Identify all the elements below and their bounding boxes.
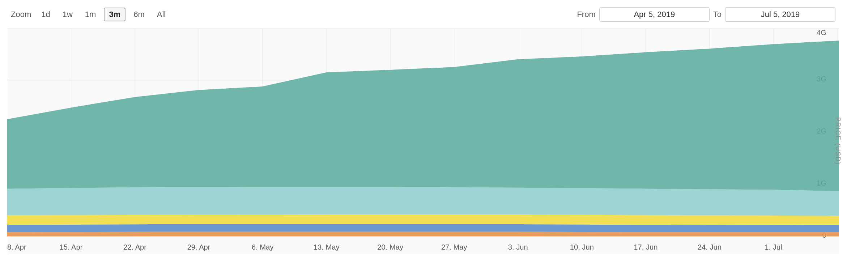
area-chart: 0 1G 2G 3G 4G 8. Apr 15. Apr: [7, 28, 839, 254]
svg-marker-26: [7, 215, 839, 225]
svg-text:20. May: 20. May: [377, 243, 403, 251]
zoom-3m-button[interactable]: 3m: [104, 8, 125, 21]
svg-text:22. Apr: 22. Apr: [123, 243, 146, 251]
from-label: From: [577, 10, 595, 19]
svg-text:8. Apr: 8. Apr: [7, 243, 26, 251]
svg-marker-27: [7, 187, 839, 216]
toolbar: Zoom 1d 1w 1m 3m 6m All From To: [7, 7, 839, 22]
svg-text:6. May: 6. May: [252, 243, 274, 251]
svg-marker-25: [7, 224, 839, 232]
svg-text:24. Jun: 24. Jun: [698, 243, 722, 251]
svg-text:17. Jun: 17. Jun: [634, 243, 658, 251]
zoom-1w-button[interactable]: 1w: [58, 8, 77, 21]
from-date-input[interactable]: [599, 7, 710, 22]
svg-text:13. May: 13. May: [314, 243, 340, 251]
zoom-1m-button[interactable]: 1m: [81, 8, 101, 21]
chart-container: Zoom 1d 1w 1m 3m 6m All From To: [0, 0, 868, 280]
svg-text:10. Jun: 10. Jun: [570, 243, 594, 251]
svg-text:4G: 4G: [817, 29, 826, 37]
date-range-section: From To: [577, 7, 835, 22]
zoom-label: Zoom: [11, 10, 31, 19]
chart-svg-wrapper: 0 1G 2G 3G 4G 8. Apr 15. Apr: [7, 28, 839, 254]
svg-marker-24: [7, 232, 839, 237]
svg-text:3. Jun: 3. Jun: [508, 243, 528, 251]
svg-text:29. Apr: 29. Apr: [187, 243, 210, 251]
svg-text:1. Jul: 1. Jul: [765, 243, 782, 251]
to-label: To: [713, 10, 722, 19]
svg-text:27. May: 27. May: [441, 243, 467, 251]
y-axis-label: PRICE (USD): [834, 117, 841, 165]
chart-area: 0 1G 2G 3G 4G 8. Apr 15. Apr: [7, 28, 839, 254]
zoom-section: Zoom 1d 1w 1m 3m 6m All: [11, 8, 170, 21]
svg-text:15. Apr: 15. Apr: [60, 243, 83, 251]
zoom-all-button[interactable]: All: [153, 8, 170, 21]
zoom-1d-button[interactable]: 1d: [37, 8, 54, 21]
zoom-6m-button[interactable]: 6m: [129, 8, 149, 21]
to-date-input[interactable]: [725, 7, 835, 22]
